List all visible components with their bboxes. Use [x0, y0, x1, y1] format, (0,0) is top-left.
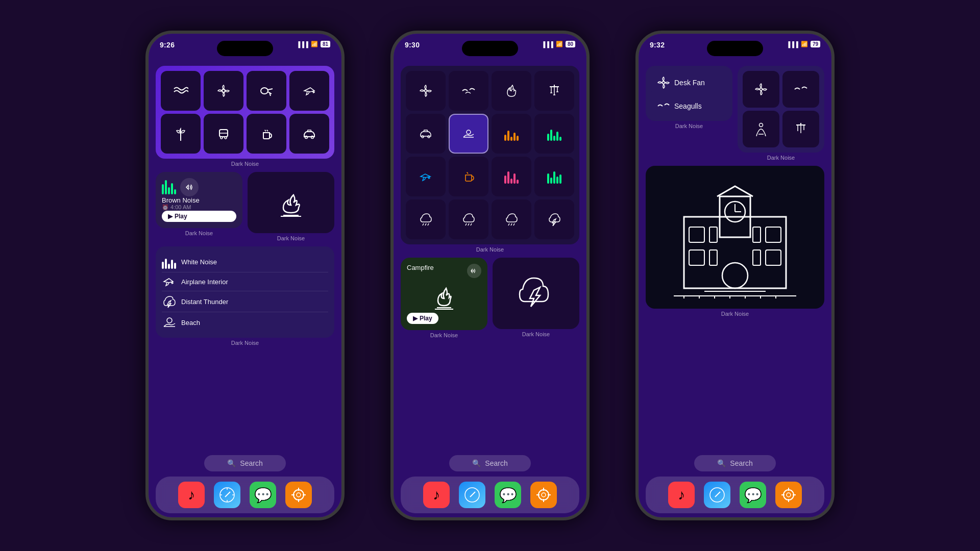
white-noise-icon [162, 255, 177, 269]
g2-eq3[interactable] [492, 157, 531, 196]
grid-icon-waves[interactable] [161, 71, 201, 111]
g2-island[interactable] [449, 114, 488, 154]
seagull-icon-3 [657, 102, 670, 111]
campfire-label-2: Dark Noise [401, 332, 487, 338]
widget-grid-2 [401, 66, 579, 244]
svg-point-30 [422, 136, 424, 138]
list-item-whitenoise[interactable]: White Noise [162, 252, 328, 272]
grid-label-1: Dark Noise [156, 161, 334, 167]
svg-point-54 [760, 123, 763, 127]
wifi-icon-2: 📶 [556, 41, 563, 47]
time-3: 9:32 [650, 41, 665, 49]
dock-overcast-2[interactable] [530, 482, 557, 508]
svg-rect-67 [689, 227, 704, 242]
g3-meditator[interactable] [743, 111, 779, 147]
grid-icon-car[interactable] [289, 114, 329, 154]
svg-point-53 [760, 88, 763, 91]
dock-music-1[interactable]: ♪ [178, 482, 205, 508]
seagulls-item[interactable]: Seagulls [651, 96, 727, 116]
dock-messages-3[interactable]: 💬 [740, 482, 766, 508]
g2-eq4[interactable] [534, 157, 574, 196]
beach-label: Beach [181, 319, 200, 327]
search-bar-3[interactable]: 🔍 Search [694, 455, 776, 471]
dock-overcast-1[interactable] [285, 482, 312, 508]
g2-windchime[interactable] [534, 71, 574, 111]
grid-icon-fan[interactable] [204, 71, 243, 111]
list-item-beach[interactable]: Beach [162, 312, 328, 333]
phone-1: 9:26 ▐▐▐ 📶 81 [145, 31, 345, 520]
g3-fan[interactable] [743, 71, 779, 108]
dock-messages-1[interactable]: 💬 [250, 482, 276, 508]
search-container-1: 🔍 Search [156, 455, 334, 471]
signal-icon-2: ▐▐▐ [541, 41, 553, 47]
list-widget-container: White Noise Airplane Interior [156, 246, 334, 346]
desk-fan-item[interactable]: Desk Fan [651, 71, 727, 94]
list-widget-1: White Noise Airplane Interior [156, 246, 334, 338]
svg-point-1 [261, 88, 268, 94]
svg-line-2 [268, 89, 273, 90]
g2-rain1[interactable] [406, 199, 446, 239]
dock-safari-1[interactable] [214, 482, 240, 508]
svg-rect-73 [753, 227, 761, 242]
campfire-svg-2 [429, 280, 459, 311]
bottom-area-3: 🔍 Search ♪ 💬 [646, 455, 824, 513]
g2-rain3[interactable] [492, 199, 531, 239]
dynamic-island-2 [462, 41, 518, 56]
dock-music-2[interactable]: ♪ [423, 482, 450, 508]
svg-line-38 [468, 223, 469, 226]
search-bar-1[interactable]: 🔍 Search [204, 455, 286, 471]
list-item-airplane[interactable]: Airplane Interior [162, 272, 328, 291]
phone3-top-row: Desk Fan Seagulls Dark Noise [646, 66, 824, 161]
search-label-2: Search [485, 459, 507, 467]
g2-airplane2[interactable] [406, 157, 446, 196]
dock-messages-2[interactable]: 💬 [495, 482, 521, 508]
dock-overcast-3[interactable] [775, 482, 802, 508]
grid-icon-airplane[interactable] [289, 71, 329, 111]
svg-rect-66 [722, 263, 748, 288]
campfire-svg [273, 185, 309, 220]
play-button-1[interactable]: ▶ Play [162, 211, 236, 222]
search-bar-2[interactable]: 🔍 Search [449, 455, 531, 471]
campfire-widget-2: Campfire [401, 258, 487, 330]
school-widget [646, 166, 824, 309]
thunder-widget-2 [493, 258, 579, 329]
row-widgets-1: Brown Noise ⏰ 4:00 AM ▶ Play Dark Noise [156, 172, 334, 241]
eq-bar-3 [168, 187, 170, 194]
g2-seagulls[interactable] [449, 71, 488, 111]
icon-grid-3-label: Dark Noise [738, 155, 824, 161]
white-noise-label: White Noise [181, 258, 217, 266]
g2-rain2[interactable] [449, 199, 488, 239]
beach-icon [162, 315, 177, 330]
grid-icon-train[interactable] [204, 114, 243, 154]
seagulls-label-3: Seagulls [674, 102, 702, 110]
g2-rain4[interactable] [534, 199, 574, 239]
g3-windchime[interactable] [782, 111, 819, 147]
play-button-2[interactable]: ▶ Play [407, 313, 438, 324]
svg-point-15 [167, 318, 172, 323]
icon-grid-3 [738, 66, 824, 153]
grid-label-2: Dark Noise [401, 246, 579, 253]
svg-point-9 [225, 137, 227, 139]
dock-safari-3[interactable] [704, 482, 730, 508]
now-playing-time: ⏰ 4:00 AM [162, 204, 236, 211]
search-label-1: Search [240, 459, 262, 467]
widget-grid-2-container: Dark Noise [401, 66, 579, 253]
grid-icon-palm[interactable] [161, 114, 201, 154]
g2-fire[interactable] [492, 71, 531, 111]
svg-point-52 [663, 82, 665, 84]
dock-safari-2[interactable] [459, 482, 485, 508]
airplane-label: Airplane Interior [181, 278, 228, 286]
grid-3 [743, 71, 819, 147]
g2-fan[interactable] [406, 71, 446, 111]
g2-car[interactable] [406, 114, 446, 154]
grid-icon-coffee[interactable] [247, 114, 286, 154]
g2-eq1[interactable] [492, 114, 531, 154]
list-item-thunder[interactable]: Distant Thunder [162, 291, 328, 312]
phone-3-content: Desk Fan Seagulls Dark Noise [639, 62, 831, 517]
dock-music-3[interactable]: ♪ [668, 482, 695, 508]
g2-eq2[interactable] [534, 114, 574, 154]
g3-seagull[interactable] [782, 71, 819, 108]
text-list-widget: Desk Fan Seagulls [646, 66, 732, 121]
g2-coffee2[interactable] [449, 157, 488, 196]
grid-icon-hairdryer[interactable] [247, 71, 286, 111]
